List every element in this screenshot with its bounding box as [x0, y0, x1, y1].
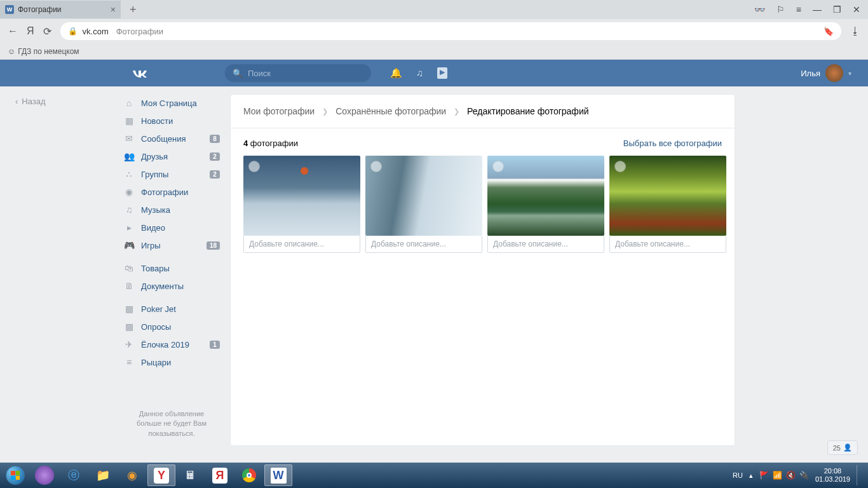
back-button[interactable]: ←: [8, 25, 18, 37]
music-note-icon: ♫: [123, 205, 135, 215]
sidebar-item-music[interactable]: ♫Музыка: [119, 201, 224, 219]
close-window-button[interactable]: ✕: [853, 4, 860, 15]
photo-caption-input[interactable]: Добавьте описание...: [243, 236, 360, 253]
browser-tab[interactable]: W Фотографии ×: [0, 1, 121, 18]
play-icon[interactable]: ▶: [437, 67, 447, 79]
url-field[interactable]: 🔒 vk.com Фотографии 🔖: [60, 22, 841, 40]
photo-thumbnail[interactable]: [609, 156, 726, 236]
reload-button[interactable]: ⟳: [43, 25, 51, 37]
document-icon: 🗎: [123, 281, 135, 291]
badge: 8: [210, 135, 220, 143]
taskbar-yandex-icon[interactable]: Я: [206, 464, 234, 486]
sidebar-item-label: Группы: [141, 170, 168, 179]
bookmarks-panel-icon[interactable]: ⚐: [776, 4, 785, 15]
breadcrumb-edit-photos: Редактирование фотографий: [467, 106, 588, 116]
taskbar-calculator-icon[interactable]: 🖩: [177, 464, 205, 486]
sidebar: ⌂Моя Страница ▦Новости ✉Сообщения8 👥Друз…: [119, 86, 224, 446]
sidebar-item-label: Ёлочка 2019: [141, 340, 189, 349]
tray-volume-icon[interactable]: 🔇: [786, 471, 796, 480]
news-icon: ▦: [123, 116, 135, 126]
back-link[interactable]: ‹ Назад: [15, 97, 119, 106]
taskbar-ie-icon[interactable]: ⓔ: [60, 464, 88, 486]
user-menu[interactable]: Илья ▾: [801, 64, 851, 82]
yandex-home-icon[interactable]: Я: [27, 25, 34, 37]
search-input[interactable]: 🔍 Поиск: [225, 64, 371, 82]
notifications-icon[interactable]: 🔔: [390, 67, 402, 79]
start-button[interactable]: [3, 465, 28, 485]
select-all-link[interactable]: Выбрать все фотографии: [623, 139, 722, 148]
tab-close-icon[interactable]: ×: [111, 4, 116, 15]
show-desktop-button[interactable]: [857, 465, 862, 485]
url-title: Фотографии: [116, 27, 163, 36]
tray-expand-icon[interactable]: ▴: [749, 471, 753, 480]
sidebar-item-yolochka[interactable]: ✈Ёлочка 20191: [119, 336, 224, 353]
taskbar-wmp-icon[interactable]: ◉: [118, 464, 146, 486]
photo-select-checkbox[interactable]: [370, 161, 382, 172]
person-icon: 👤: [843, 444, 852, 452]
vk-logo-icon[interactable]: [131, 65, 149, 81]
photo-thumbnail[interactable]: [487, 156, 604, 236]
home-icon: ⌂: [123, 98, 135, 108]
new-tab-button[interactable]: +: [126, 3, 140, 17]
taskbar-chrome-icon[interactable]: [235, 464, 263, 486]
tab-favicon-icon: W: [5, 5, 14, 14]
sidebar-item-label: Новости: [141, 116, 173, 126]
photo-select-checkbox[interactable]: [614, 161, 626, 172]
input-language[interactable]: RU: [733, 471, 743, 479]
sidebar-item-polls[interactable]: ▩Опросы: [119, 318, 224, 336]
photo-thumbnail[interactable]: [365, 156, 482, 236]
breadcrumb-my-photos[interactable]: Мои фотографии: [243, 106, 315, 116]
tray-power-icon[interactable]: 🔌: [799, 471, 809, 480]
bookmark-star-icon[interactable]: 🔖: [824, 27, 834, 36]
smiley-icon: ☺: [8, 47, 15, 56]
downloads-button[interactable]: ⭳: [850, 25, 860, 37]
sidebar-item-photos[interactable]: ◉Фотографии: [119, 183, 224, 201]
menu-icon[interactable]: ≡: [796, 4, 801, 15]
photo-caption-input[interactable]: Добавьте описание...: [487, 236, 604, 253]
taskbar-word-icon[interactable]: W: [264, 464, 292, 486]
sidebar-item-label: Сообщения: [141, 134, 186, 144]
taskbar-explorer-icon[interactable]: 📁: [89, 464, 117, 486]
sidebar-item-knights[interactable]: ≡Рыцари: [119, 353, 224, 371]
photo-card: Добавьте описание...: [487, 156, 604, 253]
sidebar-item-video[interactable]: ▸Видео: [119, 219, 224, 236]
friend-requests-button[interactable]: 25 👤: [827, 440, 858, 455]
bookmark-item[interactable]: ☺ ГДЗ по немецком: [8, 47, 79, 56]
app-icon: ▩: [123, 304, 135, 314]
taskbar-yandex-browser-icon[interactable]: Y: [147, 464, 175, 486]
photo-select-checkbox[interactable]: [492, 161, 504, 172]
sidebar-item-groups[interactable]: ⛬Группы2: [119, 165, 224, 183]
maximize-button[interactable]: ❐: [833, 4, 841, 15]
breadcrumb-saved-photos[interactable]: Сохранённые фотографии: [336, 106, 446, 116]
sidebar-item-my-page[interactable]: ⌂Моя Страница: [119, 94, 224, 112]
sidebar-item-pokerjet[interactable]: ▩Poker Jet: [119, 300, 224, 318]
incognito-icon[interactable]: 👓: [754, 4, 765, 15]
tab-title: Фотографии: [18, 5, 62, 14]
back-column: ‹ Назад: [0, 86, 119, 446]
sidebar-item-friends[interactable]: 👥Друзья2: [119, 147, 224, 165]
sidebar-item-label: Товары: [141, 264, 170, 273]
tray-network-icon[interactable]: 📶: [773, 471, 782, 480]
photo-thumbnail[interactable]: [243, 156, 360, 236]
breadcrumb: Мои фотографии ❯ Сохранённые фотографии …: [231, 95, 735, 128]
sidebar-item-games[interactable]: 🎮Игры18: [119, 236, 224, 254]
sidebar-item-docs[interactable]: 🗎Документы: [119, 277, 224, 295]
app-icon: ≡: [123, 357, 135, 367]
music-icon[interactable]: ♫: [416, 67, 423, 79]
sidebar-item-market[interactable]: 🛍Товары: [119, 259, 224, 277]
header-icons: 🔔 ♫ ▶: [390, 67, 447, 79]
photo-caption-input[interactable]: Добавьте описание...: [609, 236, 726, 253]
sidebar-item-messages[interactable]: ✉Сообщения8: [119, 130, 224, 147]
sidebar-item-label: Poker Jet: [141, 304, 176, 314]
taskbar-clock[interactable]: 20:08 01.03.2019: [815, 467, 850, 484]
sidebar-item-news[interactable]: ▦Новости: [119, 112, 224, 130]
photo-card: Добавьте описание...: [243, 156, 360, 253]
minimize-button[interactable]: —: [813, 4, 822, 15]
photo-select-checkbox[interactable]: [248, 161, 260, 172]
chevron-left-icon: ‹: [15, 97, 18, 106]
taskbar-cortana-icon[interactable]: [31, 464, 58, 486]
search-icon: 🔍: [233, 69, 243, 78]
tray-flag-icon[interactable]: 🚩: [759, 471, 769, 480]
photo-caption-input[interactable]: Добавьте описание...: [365, 236, 482, 253]
sidebar-item-label: Игры: [141, 241, 161, 250]
